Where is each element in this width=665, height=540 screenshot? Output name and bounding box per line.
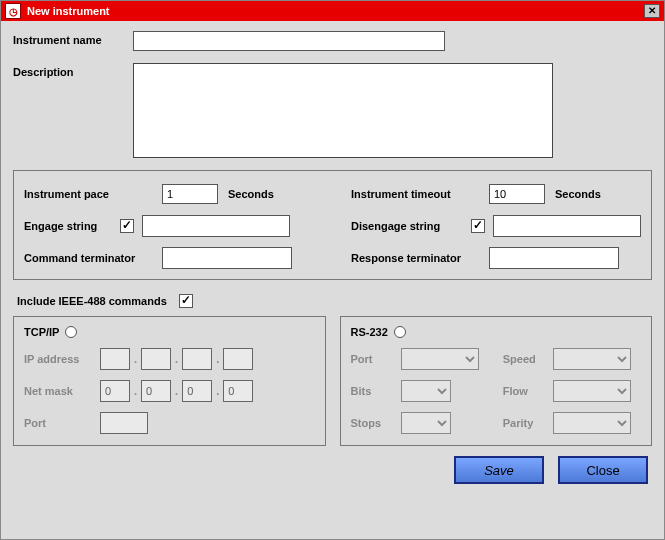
rs232-title: RS-232 <box>351 326 388 338</box>
tcpip-title: TCP/IP <box>24 326 59 338</box>
engage-input[interactable] <box>142 215 290 237</box>
ip-seg-2[interactable] <box>141 348 171 370</box>
timeout-input[interactable] <box>489 184 545 204</box>
close-icon[interactable]: ✕ <box>644 4 660 18</box>
disengage-checkbox[interactable] <box>471 219 485 233</box>
engage-checkbox[interactable] <box>120 219 134 233</box>
tcp-port-label: Port <box>24 417 100 429</box>
save-button[interactable]: Save <box>454 456 544 484</box>
mask-label: Net mask <box>24 385 100 397</box>
disengage-label: Disengage string <box>351 220 471 232</box>
mask-seg-2[interactable] <box>141 380 171 402</box>
rs-flow-select[interactable] <box>553 380 631 402</box>
rs-bits-label: Bits <box>351 385 401 397</box>
ip-label: IP address <box>24 353 100 365</box>
titlebar: ◷ New instrument ✕ <box>1 1 664 21</box>
resp-term-label: Response terminator <box>351 252 489 264</box>
rs-speed-label: Speed <box>503 353 553 365</box>
resp-term-input[interactable] <box>489 247 619 269</box>
content-area: Instrument name Description Instrument p… <box>1 21 664 539</box>
rs-flow-label: Flow <box>503 385 553 397</box>
pace-label: Instrument pace <box>24 188 162 200</box>
description-input[interactable] <box>133 63 553 158</box>
rs232-radio[interactable] <box>394 326 406 338</box>
ip-seg-3[interactable] <box>182 348 212 370</box>
disengage-input[interactable] <box>493 215 641 237</box>
rs-speed-select[interactable] <box>553 348 631 370</box>
tcpip-panel: TCP/IP IP address . . . Net mask . . <box>13 316 326 446</box>
tcp-port-input[interactable] <box>100 412 148 434</box>
cmd-term-input[interactable] <box>162 247 292 269</box>
engage-label: Engage string <box>24 220 120 232</box>
rs-stops-label: Stops <box>351 417 401 429</box>
rs-parity-label: Parity <box>503 417 553 429</box>
rs-port-select[interactable] <box>401 348 479 370</box>
rs-port-label: Port <box>351 353 401 365</box>
ip-seg-4[interactable] <box>223 348 253 370</box>
ip-seg-1[interactable] <box>100 348 130 370</box>
close-button[interactable]: Close <box>558 456 648 484</box>
pace-input[interactable] <box>162 184 218 204</box>
rs232-panel: RS-232 Port Bits <box>340 316 653 446</box>
timeout-unit: Seconds <box>555 188 601 200</box>
rs-bits-select[interactable] <box>401 380 451 402</box>
cmd-term-label: Command terminator <box>24 252 162 264</box>
dialog-window: ◷ New instrument ✕ Instrument name Descr… <box>0 0 665 540</box>
settings-group: Instrument pace Seconds Engage string Co… <box>13 170 652 280</box>
instrument-name-label: Instrument name <box>13 31 133 46</box>
mask-seg-3[interactable] <box>182 380 212 402</box>
mask-seg-4[interactable] <box>223 380 253 402</box>
rs-parity-select[interactable] <box>553 412 631 434</box>
rs-stops-select[interactable] <box>401 412 451 434</box>
instrument-name-input[interactable] <box>133 31 445 51</box>
window-title: New instrument <box>27 5 644 17</box>
pace-unit: Seconds <box>228 188 274 200</box>
app-icon: ◷ <box>5 3 21 19</box>
tcpip-radio[interactable] <box>65 326 77 338</box>
ieee488-checkbox[interactable] <box>179 294 193 308</box>
description-label: Description <box>13 63 133 78</box>
mask-seg-1[interactable] <box>100 380 130 402</box>
ieee488-label: Include IEEE-488 commands <box>17 295 167 307</box>
timeout-label: Instrument timeout <box>351 188 489 200</box>
